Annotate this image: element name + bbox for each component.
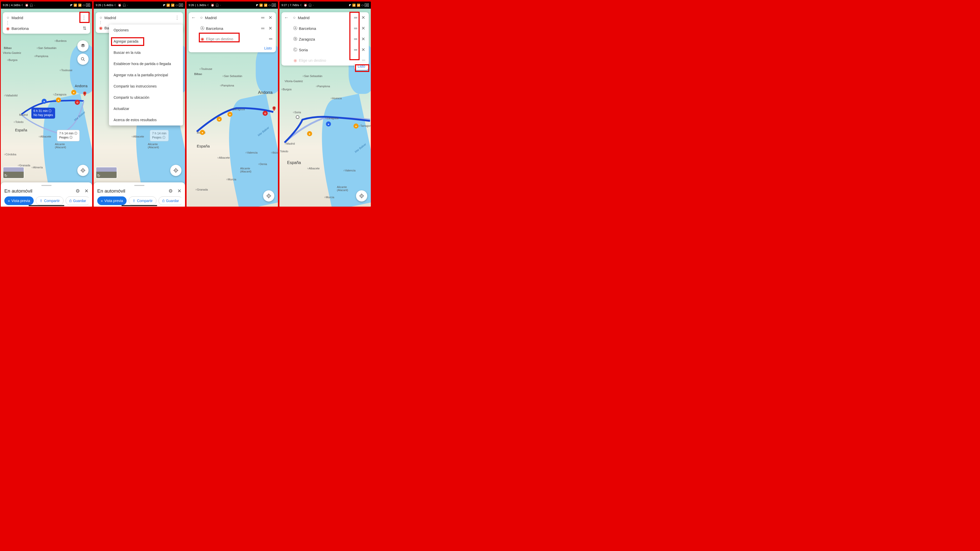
- place-label: Madrid: [19, 113, 28, 116]
- route-card: ← ○ Madrid ═ ✕ Ⓐ Barcelona ═ ✕ ◉ Elige u…: [189, 12, 276, 52]
- remove-stop-button[interactable]: ✕: [360, 25, 367, 31]
- alarm-icon: ⏰: [25, 3, 29, 7]
- origin-row[interactable]: ← ○ Madrid ═ ✕: [282, 12, 369, 23]
- save-chip[interactable]: ⎙Guardar: [65, 197, 89, 205]
- route-card: ← ○ Madrid ═ ✕ Ⓐ Barcelona ═ ✕ Ⓑ Zaragoz…: [282, 12, 369, 65]
- place-label: Andorra: [75, 84, 88, 88]
- status-bar: 9:27|7.7kB/s☾⏰🎧· ◤📶📶⬭48: [280, 2, 371, 9]
- recenter-button[interactable]: [170, 165, 181, 176]
- route-callout-primary[interactable]: 6 h 31 min ⓘNo hay peajes: [32, 108, 55, 119]
- drag-handle-icon[interactable]: ═: [352, 37, 360, 42]
- stop-c-row[interactable]: Ⓒ Soria ═ ✕: [282, 44, 369, 55]
- sheet-title: En automóvil: [4, 188, 32, 194]
- back-button[interactable]: ←: [190, 15, 198, 21]
- back-button[interactable]: ←: [283, 15, 291, 21]
- drag-handle-icon[interactable]: ═: [352, 15, 360, 21]
- place-label: España: [15, 128, 27, 132]
- wifi-icon: ⬭: [83, 3, 85, 7]
- screenshot-3: 9:26|1.3kB/s☾⏰🎧· ◤📶📶⬭48 ○Toulouse Bilbao…: [186, 2, 278, 206]
- origin-row[interactable]: ○ Madrid ⋮: [96, 12, 183, 23]
- drag-handle-icon[interactable]: ═: [259, 26, 266, 31]
- drag-handle-icon[interactable]: ═: [259, 15, 266, 21]
- destination-pin: [82, 90, 88, 97]
- stop-b-row[interactable]: Ⓑ Zaragoza ═ ✕: [282, 34, 369, 44]
- destination-row[interactable]: ◉ Barcelona ⇅: [3, 23, 90, 34]
- remove-stop-button[interactable]: ✕: [266, 25, 274, 31]
- route-callout-alt[interactable]: 7 h 14 min ⓘPeajes ⓘ: [57, 130, 80, 141]
- signal-icon: 📶: [78, 3, 82, 7]
- signal-icon: 📶: [73, 3, 77, 7]
- origin-row[interactable]: ○ Madrid ⋮: [3, 12, 90, 23]
- destination-icon: ◉: [97, 25, 104, 30]
- bottom-sheet[interactable]: En automóvil ⚙ ✕ »Vista previa ⇪Comparti…: [1, 183, 92, 206]
- done-button[interactable]: Listo: [189, 44, 276, 52]
- menu-opciones[interactable]: Opciones: [109, 24, 183, 36]
- menu-buscar-ruta[interactable]: Buscar en la ruta: [109, 47, 183, 58]
- drag-handle-icon[interactable]: ═: [352, 47, 360, 52]
- swap-button[interactable]: ⇅: [81, 25, 89, 31]
- drag-handle-icon[interactable]: ═: [352, 26, 360, 31]
- streetview-thumbnail[interactable]: [3, 167, 24, 179]
- status-bar: 9:26|1.3kB/s☾⏰🎧· ◤📶📶⬭48: [186, 2, 278, 9]
- search-button[interactable]: [77, 54, 89, 65]
- destination-pin: [271, 105, 277, 112]
- origin-icon: ○: [198, 15, 205, 20]
- svg-point-6: [273, 107, 275, 109]
- recenter-button[interactable]: [77, 165, 89, 176]
- screenshot-4: 9:27|7.7kB/s☾⏰🎧· ◤📶📶⬭48 ○San Sebastián V…: [280, 2, 371, 206]
- recenter-button[interactable]: [263, 190, 274, 202]
- origin-icon: ○: [97, 15, 104, 20]
- menu-actualizar[interactable]: Actualizar: [109, 103, 183, 114]
- status-bar: 9:26|4.1kB/s☾⏰🎧· ◤📶📶⬭48: [1, 2, 92, 9]
- more-menu-button[interactable]: ⋮: [173, 15, 181, 21]
- svg-point-3: [83, 170, 83, 171]
- bottom-sheet[interactable]: En automóvil ⚙✕ »Vista previa ⇪Compartir…: [94, 183, 185, 206]
- close-icon[interactable]: ✕: [84, 188, 89, 194]
- done-button[interactable]: Listo: [355, 63, 368, 70]
- svg-point-10: [361, 195, 362, 197]
- menu-compartir-ubicacion[interactable]: Compartir tu ubicación: [109, 92, 183, 103]
- preview-chip[interactable]: »Vista previa: [97, 197, 127, 205]
- share-chip[interactable]: ⇪Compartir: [36, 197, 64, 205]
- tune-icon[interactable]: ⚙: [76, 188, 80, 194]
- screenshot-2: 9:26|5.4kB/s☾⏰🎧· ◤📶📶⬭48 ○Albacete Alican…: [94, 2, 185, 206]
- more-menu-button[interactable]: ⋮: [80, 15, 88, 21]
- streetview-thumbnail[interactable]: [96, 167, 117, 179]
- stop-a-row[interactable]: Ⓐ Barcelona ═ ✕: [282, 23, 369, 34]
- origin-row[interactable]: ← ○ Madrid ═ ✕: [189, 12, 276, 23]
- stop-a-row[interactable]: Ⓐ Barcelona ═ ✕: [189, 23, 276, 34]
- place-label: Vitoria-Gasteiz: [3, 51, 21, 54]
- menu-acerca[interactable]: Acerca de estos resultados: [109, 114, 183, 125]
- drag-handle-icon[interactable]: ═: [267, 36, 274, 41]
- menu-agregar-parada[interactable]: Agregar parada: [109, 36, 183, 47]
- origin-icon: ○: [291, 15, 298, 20]
- share-chip[interactable]: ⇪Compartir: [129, 197, 156, 205]
- menu-agregar-pantalla[interactable]: Agregar ruta a la pantalla principal: [109, 69, 183, 81]
- destination-icon: ◉: [199, 37, 206, 41]
- chevron-icon: »: [8, 199, 10, 203]
- svg-point-5: [175, 170, 177, 171]
- layers-button[interactable]: [77, 40, 89, 52]
- stop-a-icon: Ⓐ: [199, 26, 206, 31]
- save-chip[interactable]: ⎙Guardar: [159, 197, 181, 205]
- svg-point-0: [84, 93, 86, 94]
- preview-chip[interactable]: »Vista previa: [4, 197, 34, 205]
- remove-stop-button[interactable]: ✕: [266, 15, 274, 21]
- remove-stop-button[interactable]: ✕: [360, 15, 367, 21]
- drag-handle-icon[interactable]: ═: [360, 58, 367, 63]
- sheet-handle[interactable]: [41, 185, 52, 186]
- bookmark-icon: ⎙: [69, 199, 72, 203]
- recenter-button[interactable]: [356, 190, 367, 202]
- context-menu: Opciones Agregar parada Buscar en la rut…: [109, 24, 183, 125]
- remove-stop-button[interactable]: ✕: [360, 36, 367, 42]
- menu-compartir-instrucciones[interactable]: Compartir las instrucciones: [109, 81, 183, 92]
- remove-stop-button[interactable]: ✕: [360, 47, 367, 52]
- menu-hora-partida[interactable]: Establecer hora de partida o llegada: [109, 58, 183, 69]
- gesture-bar: [29, 205, 64, 206]
- route-card: ○ Madrid ⋮ ◉ Barcelona ⇅: [3, 12, 90, 34]
- status-bar: 9:26|5.4kB/s☾⏰🎧· ◤📶📶⬭48: [94, 2, 185, 9]
- choose-destination-row[interactable]: ◉ Elige un destino ═: [189, 34, 276, 44]
- destination-text: Barcelona: [11, 26, 81, 30]
- destination-icon: ◉: [4, 26, 11, 31]
- place-label: Bilbao: [4, 46, 12, 49]
